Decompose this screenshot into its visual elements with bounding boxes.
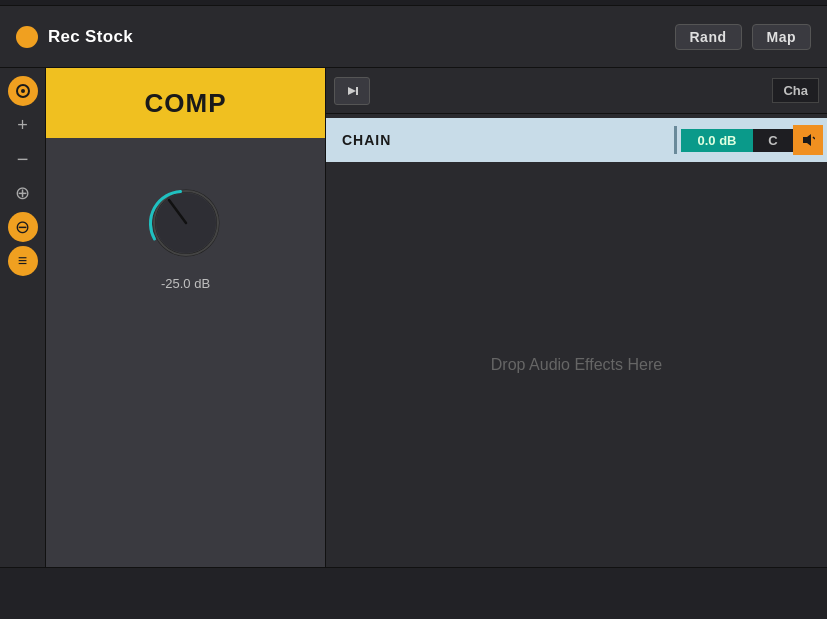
sidebar-icon-minus-circle[interactable]: ⊖ [8, 212, 38, 242]
chain-play-button[interactable] [334, 77, 370, 105]
header: Rec Stock Rand Map [0, 6, 827, 68]
knob-value-label: -25.0 dB [161, 276, 210, 291]
chain-mute-button[interactable] [793, 125, 823, 155]
svg-marker-6 [348, 87, 356, 95]
chain-row-name: CHAIN [326, 132, 670, 148]
sidebar-icon-headphone[interactable] [8, 76, 38, 106]
chain-db-value[interactable]: 0.0 dB [681, 129, 753, 152]
plugin-panel: COMP -25.0 dB [46, 68, 326, 567]
header-led[interactable] [16, 26, 38, 48]
sidebar-icon-list[interactable]: ≡ [8, 246, 38, 276]
chain-c-value[interactable]: C [753, 129, 793, 152]
header-title: Rec Stock [48, 27, 665, 47]
chain-toolbar: Cha [326, 68, 827, 114]
chain-divider [674, 126, 677, 154]
svg-point-1 [21, 89, 25, 93]
knob-container: -25.0 dB [141, 178, 231, 291]
sidebar-icon-plus-circle[interactable]: ⊕ [8, 178, 38, 208]
svg-rect-7 [356, 87, 358, 95]
svg-marker-8 [803, 134, 811, 146]
chain-toolbar-label: Cha [772, 78, 819, 103]
sidebar: + − ⊕ ⊖ ≡ [0, 68, 46, 567]
plugin-body: -25.0 dB [46, 138, 325, 567]
svg-line-9 [813, 137, 815, 139]
rand-button[interactable]: Rand [675, 24, 742, 50]
plugin-name: COMP [145, 88, 227, 119]
knob[interactable] [141, 178, 231, 268]
bottom-bar [0, 567, 827, 619]
chain-row: CHAIN 0.0 dB C [326, 118, 827, 162]
drop-zone-text: Drop Audio Effects Here [491, 356, 662, 374]
plugin-header: COMP [46, 68, 325, 138]
sidebar-icon-minus[interactable]: − [8, 144, 38, 174]
chain-panel: Cha CHAIN 0.0 dB C Drop Audio Effects He… [326, 68, 827, 567]
drop-zone: Drop Audio Effects Here [326, 162, 827, 567]
main-area: + − ⊕ ⊖ ≡ COMP [0, 68, 827, 567]
sidebar-icon-plus[interactable]: + [8, 110, 38, 140]
map-button[interactable]: Map [752, 24, 812, 50]
